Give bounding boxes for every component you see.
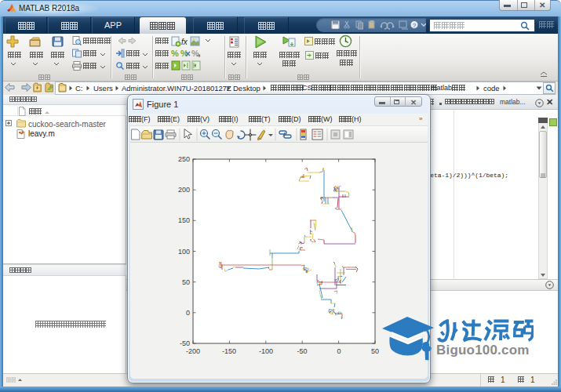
svg-text:?: ?	[413, 22, 417, 29]
svg-text:%: %	[191, 49, 199, 58]
svg-text:fx: fx	[181, 38, 188, 46]
svg-text:%: %	[171, 49, 179, 58]
